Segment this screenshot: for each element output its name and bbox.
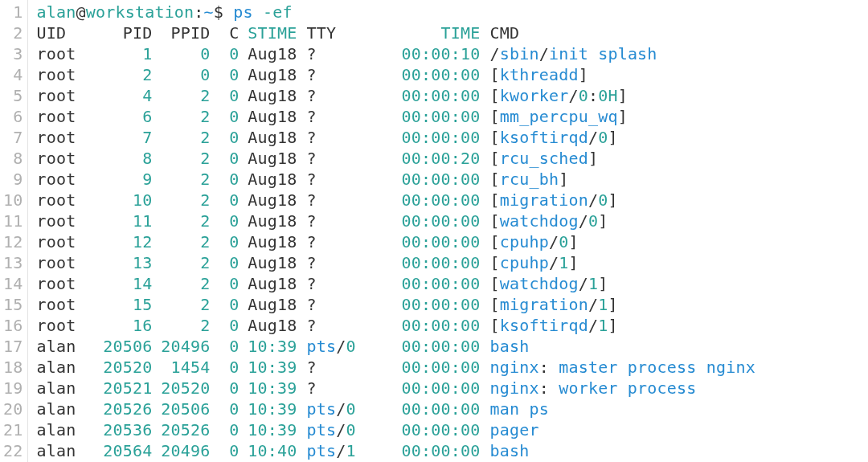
ps-row: root1320Aug18?00:00:00[cpuhp/1]	[36, 252, 868, 273]
cell-time: 00:00:10	[393, 43, 480, 64]
cell-uid: root	[36, 294, 94, 315]
hdr-uid: UID	[36, 22, 94, 43]
cell-c: 0	[210, 43, 239, 64]
line-number: 5	[3, 85, 23, 106]
cell-time: 00:00:00	[393, 315, 480, 336]
cell-ppid: 2	[152, 294, 210, 315]
cell-time: 00:00:00	[393, 294, 480, 315]
cell-pid: 8	[94, 148, 152, 169]
cell-tty: ?	[297, 43, 393, 64]
cell-pid: 1	[94, 43, 152, 64]
cell-stime: Aug18	[239, 211, 297, 231]
cell-time: 00:00:00	[393, 106, 480, 127]
command-args: -ef	[263, 2, 293, 22]
cell-stime: Aug18	[239, 64, 297, 85]
cell-cmd: [cpuhp/0]	[480, 231, 578, 252]
line-number: 22	[3, 440, 23, 461]
ps-row: root1520Aug18?00:00:00[migration/1]	[36, 294, 868, 315]
line-number: 11	[3, 211, 23, 231]
cell-c: 0	[210, 127, 239, 148]
cell-stime: Aug18	[239, 231, 297, 252]
ps-row: root620Aug18?00:00:00[mm_percpu_wq]	[36, 106, 868, 127]
cell-pid: 9	[94, 169, 152, 190]
cell-c: 0	[210, 273, 239, 294]
cell-c: 0	[210, 336, 239, 357]
cell-c: 0	[210, 399, 239, 419]
cell-stime: Aug18	[239, 294, 297, 315]
line-number: 10	[3, 190, 23, 211]
cell-tty: ?	[297, 106, 393, 127]
hdr-c: C	[210, 22, 239, 43]
hdr-tty: TTY	[297, 22, 393, 43]
cell-tty: ?	[297, 252, 393, 273]
ps-row: alan2056420496010:40pts/100:00:00bash	[36, 440, 868, 461]
cell-ppid: 20496	[152, 336, 210, 357]
cell-cmd: [kworker/0:0H]	[480, 85, 627, 106]
cell-tty: ?	[297, 273, 393, 294]
prompt-dollar: $	[214, 2, 233, 22]
cell-uid: root	[36, 43, 94, 64]
cell-uid: root	[36, 190, 94, 211]
cell-ppid: 20526	[152, 419, 210, 440]
line-number: 16	[3, 315, 23, 336]
cell-c: 0	[210, 169, 239, 190]
line-number: 14	[3, 273, 23, 294]
terminal-window: 12345678910111213141516171819202122 alan…	[0, 0, 868, 462]
cell-c: 0	[210, 106, 239, 127]
cell-tty: ?	[297, 169, 393, 190]
cell-tty: ?	[297, 378, 393, 399]
cell-pid: 20526	[94, 399, 152, 419]
cell-c: 0	[210, 315, 239, 336]
cell-time: 00:00:00	[393, 231, 480, 252]
hdr-cmd: CMD	[480, 22, 519, 43]
cell-time: 00:00:00	[393, 169, 480, 190]
cell-stime: 10:39	[239, 399, 297, 419]
cell-tty: ?	[297, 357, 393, 378]
cell-ppid: 20520	[152, 378, 210, 399]
cell-ppid: 2	[152, 106, 210, 127]
ps-row: root1620Aug18?00:00:00[ksoftirqd/1]	[36, 315, 868, 336]
cell-ppid: 2	[152, 252, 210, 273]
cell-cmd: [rcu_sched]	[480, 148, 598, 169]
cell-ppid: 2	[152, 169, 210, 190]
cell-cmd: [kthreadd]	[480, 64, 588, 85]
cell-pid: 2	[94, 64, 152, 85]
cell-stime: 10:40	[239, 440, 297, 461]
cell-pid: 6	[94, 106, 152, 127]
cell-stime: 10:39	[239, 419, 297, 440]
cell-cmd: bash	[480, 336, 529, 357]
cell-ppid: 2	[152, 231, 210, 252]
command-name: ps	[233, 2, 263, 22]
cell-c: 0	[210, 252, 239, 273]
cell-tty: ?	[297, 64, 393, 85]
cell-cmd: nginx: master process nginx	[480, 357, 755, 378]
cell-c: 0	[210, 148, 239, 169]
ps-row: root1120Aug18?00:00:00[watchdog/0]	[36, 211, 868, 231]
cell-time: 00:00:00	[393, 252, 480, 273]
cell-stime: Aug18	[239, 190, 297, 211]
ps-row: root100Aug18?00:00:10/sbin/init splash	[36, 43, 868, 64]
ps-row: alan205201454010:39?00:00:00nginx: maste…	[36, 357, 868, 378]
cell-time: 00:00:00	[393, 127, 480, 148]
cell-c: 0	[210, 294, 239, 315]
cell-pid: 20564	[94, 440, 152, 461]
cell-c: 0	[210, 419, 239, 440]
cell-pid: 10	[94, 190, 152, 211]
cell-pid: 20536	[94, 419, 152, 440]
line-number: 13	[3, 252, 23, 273]
cell-pid: 16	[94, 315, 152, 336]
cell-pid: 20521	[94, 378, 152, 399]
terminal-output[interactable]: alan@workstation:~$ ps -efUIDPIDPPIDCSTI…	[28, 0, 868, 462]
line-number: 15	[3, 294, 23, 315]
cell-ppid: 2	[152, 315, 210, 336]
cell-ppid: 0	[152, 64, 210, 85]
cell-cmd: [ksoftirqd/1]	[480, 315, 617, 336]
cell-time: 00:00:00	[393, 85, 480, 106]
cell-tty: ?	[297, 190, 393, 211]
cell-ppid: 0	[152, 43, 210, 64]
ps-row: root1020Aug18?00:00:00[migration/0]	[36, 190, 868, 211]
line-number: 19	[3, 378, 23, 399]
prompt-user: alan	[36, 2, 76, 22]
cell-uid: root	[36, 169, 94, 190]
cell-time: 00:00:00	[393, 419, 480, 440]
